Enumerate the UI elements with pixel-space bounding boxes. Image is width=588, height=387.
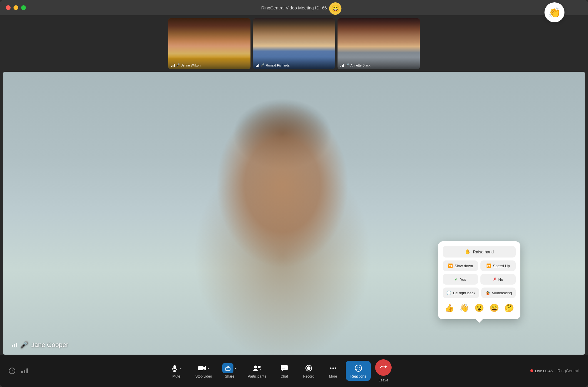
svg-rect-0 — [173, 365, 176, 369]
reactions-button[interactable]: Reactions — [346, 361, 371, 381]
svg-rect-8 — [281, 365, 288, 370]
speed-up-label: Speed Up — [493, 264, 510, 268]
chat-icon — [280, 363, 288, 373]
record-icon — [305, 363, 313, 373]
svg-point-5 — [254, 366, 257, 368]
live-time: Live 00:45 — [535, 369, 553, 373]
brand-name: RingCentral — [557, 368, 579, 373]
record-label: Record — [303, 374, 315, 378]
svg-point-17 — [357, 367, 358, 368]
leave-wrapper[interactable]: Leave — [373, 359, 394, 382]
yes-no-row: ✓ Yes ✗ No — [443, 274, 516, 285]
signal-strength — [21, 368, 28, 373]
window-title: RingCentral Video Meeting ID: 66 😄 — [261, 5, 327, 10]
clap-emoji-float: 👏 — [544, 2, 564, 22]
svg-point-18 — [359, 367, 360, 368]
raise-hand-label: Raise hand — [473, 250, 494, 254]
reactions-label: Reactions — [350, 374, 366, 378]
mute-button[interactable]: ▲ Mute — [165, 363, 188, 378]
stop-video-label: Stop video — [195, 374, 212, 378]
reactions-icon — [354, 363, 363, 373]
thumb-label-2: 🎤 Ronald Richards — [256, 63, 290, 67]
person-name: Jane Cooper — [31, 341, 68, 349]
be-right-back-label: Be right back — [453, 291, 475, 295]
be-right-back-button[interactable]: 🕐 Be right back — [443, 288, 479, 298]
chat-button[interactable]: Chat — [274, 363, 295, 378]
speed-up-button[interactable]: ⏩ Speed Up — [480, 260, 516, 271]
svg-rect-3 — [198, 366, 203, 370]
slow-down-label: Slow down — [455, 264, 473, 268]
participants-label: Participants — [248, 374, 266, 378]
raise-hand-button[interactable]: ✋ Raise hand — [443, 246, 516, 258]
titlebar: RingCentral Video Meeting ID: 66 😄 👏 — [0, 0, 588, 15]
more-label: More — [329, 374, 337, 378]
thumbnail-2[interactable]: 🎤 Ronald Richards — [253, 18, 335, 69]
chat-label: Chat — [280, 374, 288, 378]
share-button[interactable]: ▲ Share — [219, 363, 240, 378]
emoji-smile[interactable]: 😄 — [487, 301, 501, 315]
slow-down-button[interactable]: ⏪ Slow down — [443, 260, 478, 271]
thumb-gradient-2 — [253, 57, 335, 69]
emoji-thumbs-up[interactable]: 👍 — [443, 301, 456, 315]
multitasking-label: Multitasking — [492, 291, 512, 295]
svg-point-15 — [335, 368, 336, 369]
main-video: 🎤 Jane Cooper ✋ Raise hand ⏪ Slow down ⏩ — [3, 72, 585, 355]
mute-icon — [171, 363, 179, 373]
thumb-label-3: 🎤 Annette Black — [340, 63, 370, 67]
svg-point-16 — [355, 365, 362, 371]
live-indicator: Live 00:45 — [530, 369, 553, 373]
svg-text:4: 4 — [260, 366, 261, 368]
participants-icon: 4 — [252, 363, 262, 373]
minimize-button[interactable] — [14, 5, 18, 10]
participants-button[interactable]: 4 Participants — [242, 363, 272, 378]
svg-point-14 — [332, 368, 334, 369]
thumb-gradient-1 — [168, 57, 250, 69]
toolbar-right: Live 00:45 RingCentral — [530, 368, 579, 373]
reaction-emoji-float: 😄 — [329, 2, 342, 15]
thumb-label-1: 🎤 Jenne Wilkon — [171, 63, 201, 67]
video-person-label: 🎤 Jane Cooper — [12, 341, 68, 349]
reactions-popup: ✋ Raise hand ⏪ Slow down ⏩ Speed Up ✓ — [438, 241, 520, 319]
video-icon — [198, 363, 206, 373]
thumbnail-1[interactable]: 🎤 Jenne Wilkon — [168, 18, 250, 69]
leave-button[interactable] — [375, 359, 392, 376]
signal-icon — [12, 343, 17, 347]
thumbnail-3[interactable]: 🎤 Annette Black — [338, 18, 420, 69]
brb-multitask-row: 🕐 Be right back 🤹 Multitasking — [443, 288, 516, 298]
main-content: 🎤 Jenne Wilkon 🎤 Ronald Richards — [0, 15, 588, 387]
close-button[interactable] — [6, 5, 11, 10]
emoji-wave[interactable]: 👋 — [458, 301, 471, 315]
thumbnail-strip: 🎤 Jenne Wilkon 🎤 Ronald Richards — [0, 15, 588, 72]
no-label: No — [498, 277, 503, 282]
multitasking-button[interactable]: 🤹 Multitasking — [481, 288, 516, 298]
share-icon-bg — [222, 363, 233, 373]
emoji-row: 👍 👋 😮 😄 🤔 — [443, 301, 516, 315]
toolbar: i — [0, 355, 588, 387]
emoji-thinking[interactable]: 🤔 — [502, 301, 516, 315]
svg-point-12 — [307, 366, 310, 370]
emoji-surprised[interactable]: 😮 — [473, 301, 486, 315]
live-dot — [530, 369, 533, 372]
yes-label: Yes — [460, 277, 466, 282]
mute-label: Mute — [173, 374, 181, 378]
maximize-button[interactable] — [21, 5, 26, 10]
speed-row: ⏪ Slow down ⏩ Speed Up — [443, 260, 516, 271]
share-label: Share — [225, 374, 234, 378]
toolbar-left: i — [9, 368, 28, 374]
no-button[interactable]: ✗ No — [480, 274, 516, 285]
more-icon — [329, 363, 337, 373]
more-button[interactable]: More — [323, 363, 343, 378]
title-text: RingCentral Video Meeting ID: 66 — [261, 5, 327, 10]
svg-point-13 — [330, 368, 331, 369]
app-window: RingCentral Video Meeting ID: 66 😄 👏 — [0, 0, 588, 387]
stop-video-button[interactable]: ▲ Stop video — [191, 363, 217, 378]
record-button[interactable]: Record — [297, 363, 320, 378]
toolbar-center: ▲ Mute ▲ Stop vid — [165, 359, 394, 382]
leave-label: Leave — [379, 378, 388, 382]
info-button[interactable]: i — [9, 368, 15, 374]
yes-button[interactable]: ✓ Yes — [443, 274, 478, 285]
thumb-gradient-3 — [338, 57, 420, 69]
traffic-lights — [6, 5, 26, 10]
